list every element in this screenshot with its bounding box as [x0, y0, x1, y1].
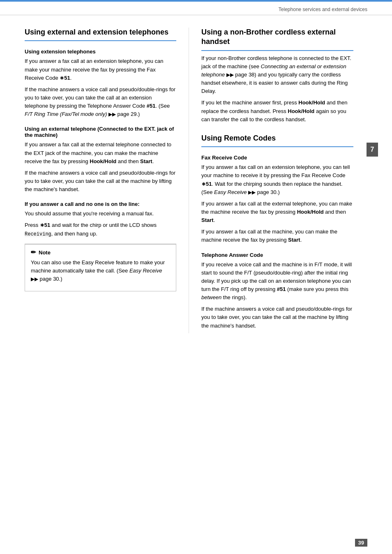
right-section2-title: Using Remote Codes: [201, 134, 353, 147]
para-noline-2: Press ∗51 and wait for the chirp or unti…: [25, 221, 176, 238]
content-area: Using external and extension telephones …: [0, 15, 392, 346]
sub-heading-fax-receive: Fax Receive Code: [201, 155, 353, 161]
left-main-title: Using external and extension telephones: [25, 28, 176, 41]
para-frc-1: If you answer a fax call on an extension…: [201, 163, 353, 196]
para-cordless-1: If your non-Brother cordless telephone i…: [201, 54, 353, 96]
para-tac-2: If the machine answers a voice call and …: [201, 305, 353, 330]
sub-heading-ext-jack: Using an external telephone (Connected t…: [25, 126, 176, 138]
sub-heading-ext-phones: Using extension telephones: [25, 48, 176, 55]
para-ext-1: If you answer a fax call at an extension…: [25, 57, 176, 82]
para-cordless-2: If you let the machine answer first, pre…: [201, 99, 353, 123]
right-section1-title: Using a non-Brother cordless external ha…: [201, 28, 353, 51]
note-para: You can also use the Easy Receive featur…: [31, 259, 170, 283]
sub-heading-tel-answer: Telephone Answer Code: [201, 252, 353, 258]
note-icon: ✏: [31, 249, 36, 256]
note-box: ✏ Note You can also use the Easy Receive…: [25, 244, 176, 291]
para-jack-2: If the machine answers a voice call and …: [25, 169, 176, 194]
sub-heading-no-one: If you answer a call and no one is on th…: [25, 201, 176, 207]
para-jack-1: If you answer a fax call at the external…: [25, 141, 176, 165]
right-column: Using a non-Brother cordless external ha…: [189, 28, 378, 333]
page-number: 39: [355, 539, 367, 547]
note-title: ✏ Note: [31, 249, 170, 256]
page: Telephone services and external devices …: [0, 0, 392, 554]
page-number-container: 39: [355, 540, 367, 546]
left-column: Using external and extension telephones …: [0, 28, 189, 333]
chapter-tab: 7: [367, 143, 378, 157]
header-text: Telephone services and external devices: [279, 7, 367, 12]
para-noline-1: You should assume that you're receiving …: [25, 210, 176, 218]
para-tac-1: If you receive a voice call and the mach…: [201, 261, 353, 302]
para-frc-3: If you answer a fax call at the machine,…: [201, 228, 353, 244]
para-ext-2: If the machine answers a voice call and …: [25, 85, 176, 119]
para-frc-2: If you answer a fax call at the external…: [201, 200, 353, 224]
page-header: Telephone services and external devices: [0, 2, 392, 15]
